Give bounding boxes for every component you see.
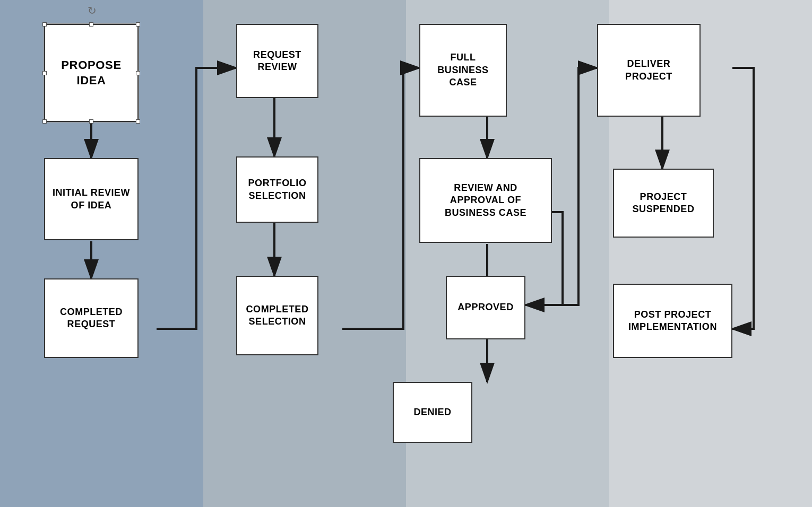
review-approval-label: REVIEW AND APPROVAL OF BUSINESS CASE: [426, 182, 546, 219]
completed-selection-label: COMPLETED SELECTION: [243, 303, 312, 328]
refresh-icon: ↻: [88, 4, 97, 17]
request-review-label: REQUEST REVIEW: [243, 49, 312, 74]
review-approval-box[interactable]: REVIEW AND APPROVAL OF BUSINESS CASE: [419, 158, 552, 243]
deliver-project-label: DELIVER PROJECT: [603, 58, 694, 83]
portfolio-selection-box[interactable]: PORTFOLIO SELECTION: [236, 156, 318, 223]
approved-box[interactable]: APPROVED: [446, 276, 525, 339]
post-project-box[interactable]: POST PROJECT IMPLEMENTATION: [613, 284, 732, 358]
approved-label: APPROVED: [457, 301, 513, 313]
initial-review-label: INITIAL REVIEW OF IDEA: [50, 187, 132, 212]
full-business-case-box[interactable]: FULL BUSINESS CASE: [419, 24, 507, 117]
denied-box[interactable]: DENIED: [393, 382, 472, 443]
completed-selection-box[interactable]: COMPLETED SELECTION: [236, 276, 318, 355]
project-suspended-box[interactable]: PROJECT SUSPENDED: [613, 169, 714, 238]
initial-review-box[interactable]: INITIAL REVIEW OF IDEA: [44, 158, 139, 240]
portfolio-selection-label: PORTFOLIO SELECTION: [243, 177, 312, 202]
completed-request-box[interactable]: COMPLETED REQUEST: [44, 278, 139, 358]
propose-idea-box[interactable]: PROPOSE IDEA: [44, 24, 139, 122]
deliver-project-box[interactable]: DELIVER PROJECT: [597, 24, 701, 117]
post-project-label: POST PROJECT IMPLEMENTATION: [619, 309, 726, 334]
request-review-box[interactable]: REQUEST REVIEW: [236, 24, 318, 98]
completed-request-label: COMPLETED REQUEST: [50, 306, 132, 331]
full-business-case-label: FULL BUSINESS CASE: [426, 51, 500, 89]
propose-idea-label: PROPOSE IDEA: [50, 58, 132, 88]
project-suspended-label: PROJECT SUSPENDED: [619, 191, 707, 216]
denied-label: DENIED: [413, 406, 451, 418]
